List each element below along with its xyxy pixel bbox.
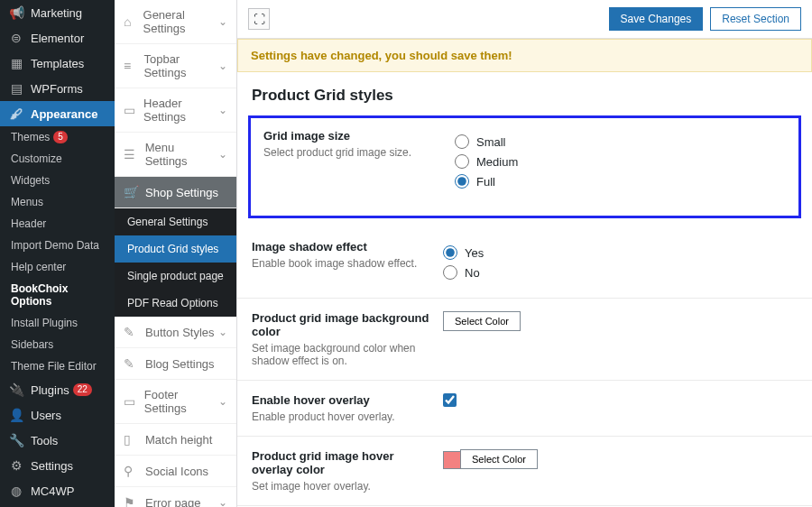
submenu-help-center[interactable]: Help center: [0, 256, 115, 278]
opt-social-icons[interactable]: ⚲Social Icons: [115, 456, 236, 487]
opt-sub-general[interactable]: General Settings: [115, 208, 236, 235]
expand-button[interactable]: ⛶: [248, 8, 270, 30]
themes-badge: 5: [53, 131, 68, 143]
chevron-down-icon: ⌄: [218, 326, 227, 338]
settings-icon: ⚙: [7, 458, 25, 473]
field-hover-overlay: Enable hover overlay Enable product hove…: [237, 381, 812, 437]
radio-full[interactable]: Full: [455, 174, 786, 189]
submenu-menus[interactable]: Menus: [0, 191, 115, 213]
submenu-bookchoix-options[interactable]: BookChoix Options: [0, 278, 115, 312]
menu-templates[interactable]: ▦Templates: [0, 51, 115, 76]
menu-appearance[interactable]: 🖌Appearance: [0, 101, 115, 126]
megaphone-icon: 📢: [7, 5, 25, 20]
radio-full-input[interactable]: [455, 174, 469, 189]
submenu-import-demo[interactable]: Import Demo Data: [0, 235, 115, 256]
header-icon: ▭: [124, 103, 138, 117]
field-title: Grid image size: [263, 129, 444, 143]
chevron-down-icon: ⌄: [218, 104, 227, 116]
home-icon: ⌂: [124, 14, 138, 29]
opt-menu-settings[interactable]: ☰Menu Settings⌄: [115, 133, 236, 177]
opt-footer-settings[interactable]: ▭Footer Settings⌄: [115, 380, 236, 424]
users-icon: 👤: [7, 408, 25, 422]
field-desc: Enable book image shadow effect.: [252, 257, 432, 270]
chevron-down-icon: ⌄: [218, 148, 227, 161]
section-title: Product Grid styles: [237, 72, 812, 115]
wp-admin-sidebar: 📢Marketing ⊜Elementor ▦Templates ▤WPForm…: [0, 0, 115, 507]
menu-marketing[interactable]: 📢Marketing: [0, 0, 115, 25]
opt-button-styles[interactable]: ✎Button Styles⌄: [115, 317, 236, 348]
submenu-themes[interactable]: Themes5: [0, 126, 115, 148]
radio-no-input[interactable]: [443, 265, 457, 280]
templates-icon: ▦: [7, 56, 25, 70]
opt-match-height[interactable]: ▯Match height: [115, 424, 236, 456]
tools-icon: 🔧: [7, 433, 25, 447]
menu-mc4wp[interactable]: ◍MC4WP: [0, 478, 115, 503]
radio-medium-input[interactable]: [455, 154, 469, 169]
bars-icon: ≡: [124, 59, 138, 73]
flag-icon: ⚑: [124, 495, 140, 507]
menu-settings[interactable]: ⚙Settings: [0, 453, 115, 478]
chevron-down-icon: ⌄: [218, 496, 227, 507]
opt-error-page[interactable]: ⚑Error page⌄: [115, 487, 236, 507]
radio-yes[interactable]: Yes: [443, 245, 798, 260]
submenu-install-plugins[interactable]: Install Plugins: [0, 312, 115, 334]
unsaved-notice: Settings have changed, you should save t…: [237, 39, 812, 72]
plugin-icon: 🔌: [7, 383, 25, 397]
height-icon: ▯: [124, 432, 140, 447]
submenu-customize[interactable]: Customize: [0, 148, 115, 170]
field-desc: Enable product hover overlay.: [252, 410, 432, 423]
submenu-widgets[interactable]: Widgets: [0, 170, 115, 191]
opt-topbar-settings[interactable]: ≡Topbar Settings⌄: [115, 44, 236, 88]
pencil-icon: ✎: [124, 325, 140, 339]
field-desc: Set image background color when shadow e…: [252, 342, 432, 367]
menu-tools[interactable]: 🔧Tools: [0, 428, 115, 453]
opt-sub-product-grid[interactable]: Product Grid styles: [115, 235, 236, 263]
save-changes-button[interactable]: Save Changes: [609, 7, 704, 31]
cart-icon: 🛒: [124, 185, 140, 199]
brush-icon: 🖌: [7, 106, 25, 121]
opt-header-settings[interactable]: ▭Header Settings⌄: [115, 88, 236, 133]
hover-overlay-checkbox[interactable]: [443, 393, 457, 407]
submenu-theme-editor[interactable]: Theme File Editor: [0, 355, 115, 377]
footer-icon: ▭: [124, 394, 139, 409]
submenu-sidebars[interactable]: Sidebars: [0, 334, 115, 355]
reset-section-button[interactable]: Reset Section: [710, 7, 801, 31]
options-panel-menu: ⌂General Settings⌄ ≡Topbar Settings⌄ ▭He…: [115, 0, 237, 507]
radio-small[interactable]: Small: [455, 134, 786, 149]
submenu-header[interactable]: Header: [0, 213, 115, 235]
radio-yes-input[interactable]: [443, 245, 457, 260]
menu-icon: ☰: [124, 147, 140, 161]
field-shadow-effect: Image shadow effect Enable book image sh…: [237, 227, 812, 299]
menu-plugins[interactable]: 🔌Plugins22: [0, 377, 115, 402]
field-title: Product grid image background color: [252, 311, 432, 338]
select-color-button[interactable]: Select Color: [443, 311, 521, 331]
opt-sub-pdf-read[interactable]: PDF Read Options: [115, 290, 236, 317]
field-desc: Set image hover overlay.: [252, 480, 432, 493]
menu-users[interactable]: 👤Users: [0, 402, 115, 428]
plugins-badge: 22: [73, 383, 92, 396]
share-icon: ⚲: [124, 464, 140, 478]
menu-wpforms[interactable]: ▤WPForms: [0, 76, 115, 101]
toolbar: ⛶ Save Changes Reset Section: [237, 0, 812, 39]
menu-metabox[interactable]: ⓂMeta Box: [0, 503, 115, 507]
opt-general-settings[interactable]: ⌂General Settings⌄: [115, 0, 236, 44]
field-title: Enable hover overlay: [252, 393, 432, 407]
elementor-icon: ⊜: [7, 31, 25, 45]
menu-elementor[interactable]: ⊜Elementor: [0, 25, 115, 51]
main-content: ⛶ Save Changes Reset Section Settings ha…: [237, 0, 812, 507]
mc4wp-icon: ◍: [7, 484, 25, 498]
opt-blog-settings[interactable]: ✎Blog Settings: [115, 348, 236, 380]
radio-no[interactable]: No: [443, 265, 798, 280]
opt-shop-settings[interactable]: 🛒Shop Settings: [115, 177, 236, 208]
chevron-down-icon: ⌄: [218, 15, 227, 28]
field-overlay-color: Product grid image hover overlay color S…: [237, 437, 812, 506]
field-grid-image-size: Grid image size Select product grid imag…: [248, 115, 801, 218]
blog-icon: ✎: [124, 356, 140, 371]
expand-icon: ⛶: [254, 13, 265, 26]
select-color-button[interactable]: Select Color: [460, 449, 538, 469]
field-bg-color: Product grid image background color Set …: [237, 299, 812, 381]
radio-medium[interactable]: Medium: [455, 154, 786, 169]
opt-sub-single-product[interactable]: Single product page: [115, 263, 236, 290]
radio-small-input[interactable]: [455, 134, 469, 149]
field-title: Image shadow effect: [252, 240, 432, 254]
